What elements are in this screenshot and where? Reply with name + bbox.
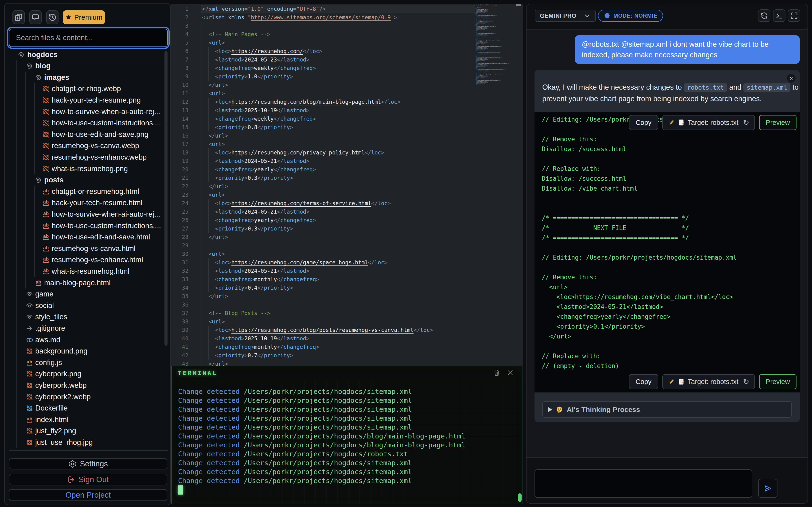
file-tree-item-index-html[interactable]: abindex.html bbox=[5, 414, 170, 425]
editor-line-34[interactable]: 34 <priority>0.4</priority> bbox=[171, 284, 523, 292]
file-tree-item-cyberpork-webp[interactable]: cyberpork.webp bbox=[5, 380, 170, 391]
file-tree-item-how-to-use-custom-instructions-[interactable]: how-to-use-custom-instructions.... bbox=[5, 117, 170, 129]
model-select[interactable]: GEMINI PRO bbox=[535, 10, 596, 22]
editor-line-8[interactable]: 8 <changefreq>weekly</changefreq> bbox=[171, 64, 523, 72]
editor-line-1[interactable]: 1<?xml version="1.0" encoding="UTF-8"?> bbox=[171, 5, 523, 13]
file-tree-item-cyberpork-png[interactable]: cyberpork.png bbox=[5, 368, 170, 380]
file-tree-item-what-is-resumehog-html[interactable]: abwhat-is-resumehog.html bbox=[5, 266, 170, 277]
file-tree-item-game[interactable]: game bbox=[5, 288, 170, 300]
chat-button[interactable] bbox=[30, 10, 42, 24]
history-button[interactable] bbox=[46, 10, 58, 24]
editor-line-41[interactable]: 41 <changefreq>monthly</changefreq> bbox=[171, 343, 523, 351]
preview-button[interactable]: Preview bbox=[759, 374, 797, 389]
file-tree-item-just-use-rhog-jpg[interactable]: just_use_rhog.jpg bbox=[5, 437, 170, 448]
editor-line-3[interactable]: 3 bbox=[171, 21, 523, 30]
settings-button[interactable]: Settings bbox=[9, 458, 167, 469]
editor-line-36[interactable]: 36 bbox=[171, 300, 523, 309]
terminal-body[interactable]: Change detected /Users/porkr/projects/ho… bbox=[172, 381, 522, 504]
editor-line-22[interactable]: 22 </url> bbox=[171, 182, 523, 190]
file-tree-item-social[interactable]: social bbox=[5, 300, 170, 311]
send-button[interactable] bbox=[758, 479, 777, 498]
file-tree-item-background-png[interactable]: background.png bbox=[5, 345, 170, 357]
refresh-target-icon[interactable]: ↻ bbox=[743, 118, 749, 127]
editor-line-31[interactable]: 31 <loc>https://resumehog.com/game/space… bbox=[171, 258, 523, 267]
editor-line-21[interactable]: 21 <priority>0.3</priority> bbox=[171, 174, 523, 182]
editor-line-35[interactable]: 35 </url> bbox=[171, 292, 523, 300]
file-tree-item-just-fly2-png[interactable]: just_fly2.png bbox=[5, 425, 170, 437]
refresh-target-icon[interactable]: ↻ bbox=[743, 378, 749, 386]
file-tree-item-chatgpt-or-resumehog-html[interactable]: abchatgpt-or-resumehog.html bbox=[5, 186, 170, 197]
editor-line-27[interactable]: 27 <priority>0.3</priority> bbox=[171, 224, 523, 233]
file-tree-item-how-to-survive-when-ai-auto-rej-[interactable]: how-to-survive-when-ai-auto-rej... bbox=[5, 106, 170, 117]
fullscreen-button[interactable] bbox=[788, 9, 800, 22]
file-tree-scrollbar[interactable] bbox=[164, 51, 167, 346]
open-project-button[interactable]: Open Project bbox=[9, 489, 167, 501]
editor-line-13[interactable]: 13 <lastmod>2025-10-19</lastmod> bbox=[171, 106, 523, 115]
editor-line-26[interactable]: 26 <changefreq>yearly</changefreq> bbox=[171, 216, 523, 224]
editor-line-9[interactable]: 9 <priority>1.0</priority> bbox=[171, 72, 523, 81]
editor-line-32[interactable]: 32 <lastmod>2024-05-21</lastmod> bbox=[171, 267, 523, 275]
file-tree-item-blog[interactable]: blog bbox=[5, 60, 170, 72]
file-tree-item-main-blog-page-html[interactable]: abmain-blog-page.html bbox=[5, 277, 170, 288]
editor-line-14[interactable]: 14 <changefreq>weekly</changefreq> bbox=[171, 115, 523, 123]
terminal-clear-button[interactable] bbox=[493, 369, 500, 377]
file-tree-item-how-to-use-edit-and-save-png[interactable]: how-to-use-edit-and-save.png bbox=[5, 129, 170, 140]
file-tree-item-resumehog-vs-enhancv-html[interactable]: abresumehog-vs-enhancv.html bbox=[5, 254, 170, 266]
new-file-button[interactable] bbox=[12, 10, 25, 24]
file-tree-item-what-is-resumehog-png[interactable]: what-is-resumehog.png bbox=[5, 163, 170, 174]
editor-line-30[interactable]: 30 <url> bbox=[171, 250, 523, 258]
premium-button[interactable]: Premium bbox=[63, 10, 105, 24]
editor-line-17[interactable]: 17 <url> bbox=[171, 140, 523, 148]
new-chat-button[interactable] bbox=[758, 9, 770, 22]
editor-line-15[interactable]: 15 <priority>0.8</priority> bbox=[171, 123, 523, 131]
terminal-toggle-button[interactable] bbox=[773, 9, 785, 22]
preview-button[interactable]: Preview bbox=[759, 115, 797, 130]
terminal-scrollbar[interactable] bbox=[518, 493, 522, 502]
editor-line-33[interactable]: 33 <changefreq>monthly</changefreq> bbox=[171, 275, 523, 284]
file-tree-item-how-to-use-edit-and-save-html[interactable]: abhow-to-use-edit-and-save.html bbox=[5, 231, 170, 243]
editor-minimap[interactable]: <?xml version="1.0" encoding="UTF-8"?> <… bbox=[474, 4, 515, 108]
file-tree-item-how-to-survive-when-ai-auto-rej-[interactable]: abhow-to-survive-when-ai-auto-rej... bbox=[5, 209, 170, 220]
copy-button[interactable]: Copy bbox=[629, 115, 658, 130]
editor-line-23[interactable]: 23 <url> bbox=[171, 190, 523, 199]
editor-line-38[interactable]: 38 <url> bbox=[171, 317, 523, 326]
file-tree-item-resumehog-vs-canva-html[interactable]: abresumehog-vs-canva.html bbox=[5, 243, 170, 254]
file-tree-item-hack-your-tech-resume-html[interactable]: abhack-your-tech-resume.html bbox=[5, 197, 170, 209]
file-tree-item--gitignore[interactable]: .gitignore bbox=[5, 323, 170, 334]
dismiss-message-button[interactable] bbox=[787, 74, 796, 82]
editor-line-42[interactable]: 42 <priority>0.7</priority> bbox=[171, 351, 523, 359]
file-tree-item-resumehog-vs-canva-webp[interactable]: resumehog-vs-canva.webp bbox=[5, 140, 170, 152]
editor-line-2[interactable]: 2<urlset xmlns="http://www.sitemaps.org/… bbox=[171, 13, 523, 21]
editor-line-7[interactable]: 7 <lastmod>2024-05-23</lastmod> bbox=[171, 55, 523, 64]
target-file-chip[interactable]: Target: robots.txt↻ bbox=[662, 115, 755, 130]
file-tree-item-config-js[interactable]: abconfig.js bbox=[5, 357, 170, 368]
terminal-close-button[interactable] bbox=[507, 369, 514, 377]
file-tree-item-aws-md[interactable]: aws.md bbox=[5, 334, 170, 345]
file-tree-item-images[interactable]: images bbox=[5, 72, 170, 83]
editor-line-18[interactable]: 18 <loc>https://resumehog.com/privacy-po… bbox=[171, 148, 523, 157]
file-tree-item-posts[interactable]: posts bbox=[5, 174, 170, 186]
editor-line-10[interactable]: 10 </url> bbox=[171, 81, 523, 89]
editor-line-11[interactable]: 11 <url> bbox=[171, 89, 523, 98]
editor-line-19[interactable]: 19 <lastmod>2024-05-21</lastmod> bbox=[171, 157, 523, 165]
file-tree-item-hack-your-tech-resume-png[interactable]: hack-your-tech-resume.png bbox=[5, 94, 170, 106]
editor-line-6[interactable]: 6 <loc>https://resumehog.com/</loc> bbox=[171, 47, 523, 55]
file-tree-item-how-to-use-custom-instructions-[interactable]: abhow-to-use-custom-instructions.... bbox=[5, 220, 170, 231]
editor-line-29[interactable]: 29 bbox=[171, 241, 523, 250]
file-tree-item-resumehog-vs-enhancv-webp[interactable]: resumehog-vs-enhancv.webp bbox=[5, 151, 170, 163]
file-tree-item-chatgpt-or-rhog-webp[interactable]: chatgpt-or-rhog.webp bbox=[5, 83, 170, 95]
sign-out-button[interactable]: Sign Out bbox=[9, 474, 167, 486]
editor-line-5[interactable]: 5 <url> bbox=[171, 39, 523, 47]
editor-line-16[interactable]: 16 </url> bbox=[171, 131, 523, 140]
editor-scrollbar[interactable] bbox=[516, 4, 521, 6]
target-file-chip[interactable]: Target: robots.txt↻ bbox=[662, 374, 755, 389]
editor-line-4[interactable]: 4 <!-- Main Pages --> bbox=[171, 30, 523, 39]
file-tree-item-dockerfile[interactable]: Dockerfile bbox=[5, 402, 170, 414]
mode-button[interactable]: MODE: NORMIE bbox=[598, 10, 663, 22]
editor-line-28[interactable]: 28 </url> bbox=[171, 233, 523, 241]
file-tree-item-hogdocs[interactable]: hogdocs bbox=[5, 49, 170, 60]
file-tree-item-cyberpork2-webp[interactable]: cyberpork2.webp bbox=[5, 391, 170, 402]
editor-line-39[interactable]: 39 <loc>https://resumehog.com/blog/posts… bbox=[171, 326, 523, 334]
editor-line-24[interactable]: 24 <loc>https://resumehog.com/terms-of-s… bbox=[171, 199, 523, 208]
editor-line-25[interactable]: 25 <lastmod>2024-05-21</lastmod> bbox=[171, 208, 523, 216]
